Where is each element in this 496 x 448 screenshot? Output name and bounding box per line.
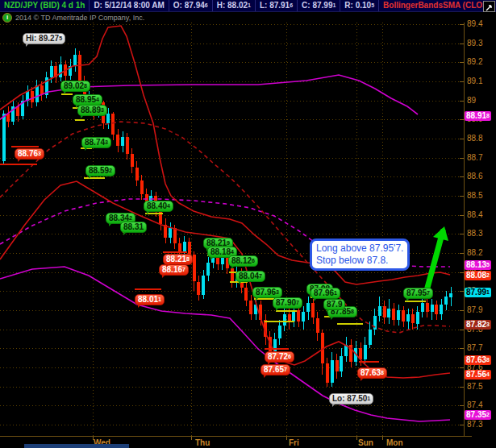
order-level-tick-red xyxy=(0,164,37,165)
price-flag-sell[interactable]: 88.218 xyxy=(163,254,193,265)
price-flag-buy[interactable]: 87.957 xyxy=(403,288,433,299)
price-flag-sell[interactable]: 88.763 xyxy=(15,148,44,160)
price-flag-buy[interactable]: 88.592 xyxy=(85,165,115,176)
price-flag-buy[interactable]: 88.893 xyxy=(77,105,107,116)
indicator-lines-overlay xyxy=(0,0,496,448)
axis-price-bubble-red: 88.082 xyxy=(465,271,491,280)
axis-price-bubble-magenta: 87.352 xyxy=(465,410,491,420)
price-flag-buy[interactable]: 88.404 xyxy=(144,201,173,212)
order-level-tick-red xyxy=(163,251,187,253)
price-flag-buy[interactable]: 87.9 xyxy=(323,299,345,310)
trading-chart-window: NZD/JPY (BID) 4 d 1h D: 5/12/14 8:00 AMO… xyxy=(0,0,496,448)
price-flag-buy[interactable]: 88.954 xyxy=(73,94,102,106)
price-flag-buy[interactable]: 88.31 xyxy=(120,222,147,233)
price-flag-sell[interactable]: 88.167 xyxy=(159,264,189,276)
bollinger-lower-magenta xyxy=(0,267,450,421)
price-flag-buy[interactable]: 87.907 xyxy=(273,297,302,309)
price-flag-sell[interactable]: 88.011 xyxy=(135,294,165,305)
axis-price-bubble-cyan: 87.991 xyxy=(465,288,491,297)
price-flag-buy[interactable]: 87.963 xyxy=(252,287,282,298)
price-flag-sell[interactable]: 87.726 xyxy=(265,351,294,363)
hi-lo-marker: Lo: 87.501 xyxy=(329,393,373,404)
axis-price-bubble-darkred: 87.823 xyxy=(465,320,491,330)
price-flag-buy[interactable]: 88.047 xyxy=(235,271,265,282)
price-flag-buy[interactable]: 89.028 xyxy=(60,81,90,92)
trade-note-line2: Stop below 87.8. xyxy=(316,255,403,267)
order-level-tick-red xyxy=(359,361,379,363)
order-level-tick-red xyxy=(11,146,39,147)
price-flag-sell[interactable]: 87.657 xyxy=(261,364,290,375)
band-displaced-red-dashed xyxy=(0,122,450,333)
order-level-tick-red xyxy=(265,348,289,350)
order-level-tick-yellow xyxy=(265,321,294,322)
bottom-scrollbar-fragment[interactable] xyxy=(24,444,129,448)
axis-price-bubble-magenta: 88.918 xyxy=(465,111,491,121)
trend-arrow[interactable] xyxy=(425,231,443,297)
order-level-tick-yellow xyxy=(84,177,105,179)
hi-lo-marker: Hi: 89.275 xyxy=(23,33,65,44)
axis-price-bubble-red: 87.564 xyxy=(465,370,491,380)
order-level-tick-yellow xyxy=(75,119,85,121)
trade-note-line1: Long above 87.95'7. xyxy=(316,243,403,255)
order-level-tick-yellow xyxy=(337,323,363,325)
axis-price-bubble-red: 87.638 xyxy=(465,355,491,365)
trend-arrow-head xyxy=(433,226,448,241)
price-flag-buy[interactable]: 88.743 xyxy=(81,137,111,148)
axis-price-bubble-magenta: 88.135 xyxy=(465,260,491,270)
price-flag-sell[interactable]: 87.638 xyxy=(357,367,387,379)
price-flag-buy[interactable]: 87.961 xyxy=(311,288,340,299)
trade-note-callout[interactable]: Long above 87.95'7. Stop below 87.8. xyxy=(310,239,410,271)
price-flag-buy[interactable]: 88.126 xyxy=(228,255,258,267)
order-level-tick-red xyxy=(135,288,161,290)
